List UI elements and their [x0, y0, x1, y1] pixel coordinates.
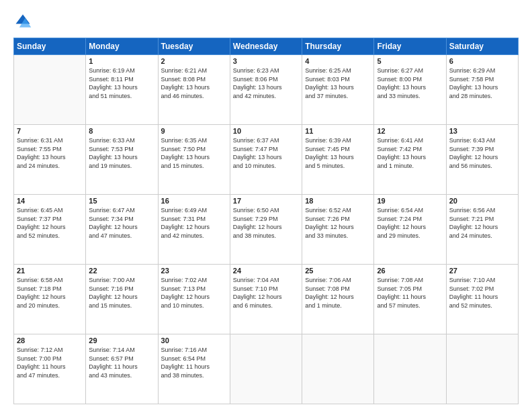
- day-number: 30: [161, 336, 227, 345]
- calendar-week-row: 1Sunrise: 6:19 AM Sunset: 8:11 PM Daylig…: [14, 55, 519, 125]
- calendar-cell: 3Sunrise: 6:23 AM Sunset: 8:06 PM Daylig…: [230, 55, 302, 125]
- calendar-cell: 9Sunrise: 6:35 AM Sunset: 7:50 PM Daylig…: [158, 125, 230, 195]
- calendar-cell: 11Sunrise: 6:39 AM Sunset: 7:45 PM Dayli…: [302, 125, 374, 195]
- day-number: 1: [89, 57, 154, 65]
- day-info: Sunrise: 7:06 AM Sunset: 7:08 PM Dayligh…: [305, 276, 371, 310]
- day-info: Sunrise: 6:39 AM Sunset: 7:45 PM Dayligh…: [305, 136, 371, 170]
- day-info: Sunrise: 6:56 AM Sunset: 7:21 PM Dayligh…: [449, 206, 515, 240]
- day-number: 29: [89, 336, 154, 345]
- day-number: 24: [233, 267, 299, 275]
- calendar-cell: 30Sunrise: 7:16 AM Sunset: 6:54 PM Dayli…: [158, 334, 230, 404]
- day-number: 2: [161, 57, 227, 65]
- day-number: 25: [305, 267, 371, 275]
- calendar-cell: 24Sunrise: 7:04 AM Sunset: 7:10 PM Dayli…: [230, 265, 302, 334]
- calendar-cell: 14Sunrise: 6:45 AM Sunset: 7:37 PM Dayli…: [14, 195, 86, 265]
- day-number: 5: [377, 57, 443, 65]
- calendar-cell: [302, 334, 374, 404]
- day-info: Sunrise: 6:33 AM Sunset: 7:53 PM Dayligh…: [89, 136, 154, 170]
- calendar-cell: 15Sunrise: 6:47 AM Sunset: 7:34 PM Dayli…: [86, 195, 158, 265]
- day-number: 6: [449, 57, 515, 65]
- day-info: Sunrise: 6:50 AM Sunset: 7:29 PM Dayligh…: [233, 206, 299, 240]
- day-info: Sunrise: 7:08 AM Sunset: 7:05 PM Dayligh…: [377, 276, 443, 310]
- day-info: Sunrise: 6:52 AM Sunset: 7:26 PM Dayligh…: [305, 206, 371, 240]
- calendar-week-row: 7Sunrise: 6:31 AM Sunset: 7:55 PM Daylig…: [14, 125, 519, 195]
- day-info: Sunrise: 7:02 AM Sunset: 7:13 PM Dayligh…: [161, 276, 227, 310]
- day-info: Sunrise: 7:16 AM Sunset: 6:54 PM Dayligh…: [161, 346, 227, 379]
- day-number: 19: [377, 197, 443, 205]
- weekday-header-tuesday: Tuesday: [158, 38, 230, 55]
- day-info: Sunrise: 6:29 AM Sunset: 7:58 PM Dayligh…: [449, 66, 515, 100]
- day-number: 23: [161, 267, 227, 275]
- day-number: 11: [305, 127, 371, 135]
- weekday-header-monday: Monday: [86, 38, 158, 55]
- calendar-cell: 2Sunrise: 6:21 AM Sunset: 8:08 PM Daylig…: [158, 55, 230, 125]
- day-number: 16: [161, 197, 227, 205]
- calendar-cell: [374, 334, 446, 404]
- day-number: 7: [17, 127, 83, 135]
- calendar-cell: 17Sunrise: 6:50 AM Sunset: 7:29 PM Dayli…: [230, 195, 302, 265]
- day-info: Sunrise: 6:35 AM Sunset: 7:50 PM Dayligh…: [161, 136, 227, 170]
- weekday-header-thursday: Thursday: [302, 38, 374, 55]
- logo-icon: [13, 12, 32, 31]
- calendar-week-row: 14Sunrise: 6:45 AM Sunset: 7:37 PM Dayli…: [14, 195, 519, 265]
- page: SundayMondayTuesdayWednesdayThursdayFrid…: [0, 0, 532, 411]
- day-number: 26: [377, 267, 443, 275]
- calendar-cell: 22Sunrise: 7:00 AM Sunset: 7:16 PM Dayli…: [86, 265, 158, 334]
- calendar-cell: 4Sunrise: 6:25 AM Sunset: 8:03 PM Daylig…: [302, 55, 374, 125]
- day-number: 22: [89, 267, 154, 275]
- day-info: Sunrise: 7:12 AM Sunset: 7:00 PM Dayligh…: [17, 346, 83, 379]
- day-number: 4: [305, 57, 371, 65]
- logo: [13, 12, 35, 31]
- calendar-cell: 8Sunrise: 6:33 AM Sunset: 7:53 PM Daylig…: [86, 125, 158, 195]
- calendar-cell: 18Sunrise: 6:52 AM Sunset: 7:26 PM Dayli…: [302, 195, 374, 265]
- day-number: 13: [449, 127, 515, 135]
- calendar-cell: 23Sunrise: 7:02 AM Sunset: 7:13 PM Dayli…: [158, 265, 230, 334]
- day-number: 18: [305, 197, 371, 205]
- calendar-cell: 7Sunrise: 6:31 AM Sunset: 7:55 PM Daylig…: [14, 125, 86, 195]
- calendar-cell: [230, 334, 302, 404]
- day-number: 20: [449, 197, 515, 205]
- calendar-cell: 16Sunrise: 6:49 AM Sunset: 7:31 PM Dayli…: [158, 195, 230, 265]
- day-info: Sunrise: 6:41 AM Sunset: 7:42 PM Dayligh…: [377, 136, 443, 170]
- header: [13, 12, 519, 31]
- calendar-cell: 21Sunrise: 6:58 AM Sunset: 7:18 PM Dayli…: [14, 265, 86, 334]
- day-number: 17: [233, 197, 299, 205]
- calendar-cell: 1Sunrise: 6:19 AM Sunset: 8:11 PM Daylig…: [86, 55, 158, 125]
- calendar-week-row: 21Sunrise: 6:58 AM Sunset: 7:18 PM Dayli…: [14, 265, 519, 334]
- calendar-week-row: 28Sunrise: 7:12 AM Sunset: 7:00 PM Dayli…: [14, 334, 519, 404]
- day-info: Sunrise: 6:43 AM Sunset: 7:39 PM Dayligh…: [449, 136, 515, 170]
- calendar-cell: 20Sunrise: 6:56 AM Sunset: 7:21 PM Dayli…: [446, 195, 518, 265]
- calendar-cell: 25Sunrise: 7:06 AM Sunset: 7:08 PM Dayli…: [302, 265, 374, 334]
- calendar-header-row: SundayMondayTuesdayWednesdayThursdayFrid…: [14, 38, 519, 55]
- day-number: 21: [17, 267, 83, 275]
- calendar-cell: 10Sunrise: 6:37 AM Sunset: 7:47 PM Dayli…: [230, 125, 302, 195]
- day-info: Sunrise: 6:31 AM Sunset: 7:55 PM Dayligh…: [17, 136, 83, 170]
- calendar-cell: 29Sunrise: 7:14 AM Sunset: 6:57 PM Dayli…: [86, 334, 158, 404]
- day-info: Sunrise: 6:47 AM Sunset: 7:34 PM Dayligh…: [89, 206, 154, 240]
- day-number: 15: [89, 197, 154, 205]
- calendar-cell: 12Sunrise: 6:41 AM Sunset: 7:42 PM Dayli…: [374, 125, 446, 195]
- day-info: Sunrise: 6:19 AM Sunset: 8:11 PM Dayligh…: [89, 66, 154, 100]
- day-number: 28: [17, 336, 83, 345]
- day-number: 10: [233, 127, 299, 135]
- weekday-header-sunday: Sunday: [14, 38, 86, 55]
- calendar-cell: 19Sunrise: 6:54 AM Sunset: 7:24 PM Dayli…: [374, 195, 446, 265]
- day-info: Sunrise: 6:45 AM Sunset: 7:37 PM Dayligh…: [17, 206, 83, 240]
- day-number: 14: [17, 197, 83, 205]
- day-info: Sunrise: 6:37 AM Sunset: 7:47 PM Dayligh…: [233, 136, 299, 170]
- calendar-cell: 28Sunrise: 7:12 AM Sunset: 7:00 PM Dayli…: [14, 334, 86, 404]
- weekday-header-friday: Friday: [374, 38, 446, 55]
- day-info: Sunrise: 6:54 AM Sunset: 7:24 PM Dayligh…: [377, 206, 443, 240]
- day-number: 8: [89, 127, 154, 135]
- day-info: Sunrise: 6:25 AM Sunset: 8:03 PM Dayligh…: [305, 66, 371, 100]
- day-info: Sunrise: 7:10 AM Sunset: 7:02 PM Dayligh…: [449, 276, 515, 310]
- day-info: Sunrise: 7:00 AM Sunset: 7:16 PM Dayligh…: [89, 276, 154, 310]
- day-info: Sunrise: 6:21 AM Sunset: 8:08 PM Dayligh…: [161, 66, 227, 100]
- day-info: Sunrise: 6:27 AM Sunset: 8:00 PM Dayligh…: [377, 66, 443, 100]
- day-number: 3: [233, 57, 299, 65]
- day-info: Sunrise: 7:14 AM Sunset: 6:57 PM Dayligh…: [89, 346, 154, 379]
- day-info: Sunrise: 6:23 AM Sunset: 8:06 PM Dayligh…: [233, 66, 299, 100]
- calendar-cell: [14, 55, 86, 125]
- calendar-cell: [446, 334, 518, 404]
- day-number: 9: [161, 127, 227, 135]
